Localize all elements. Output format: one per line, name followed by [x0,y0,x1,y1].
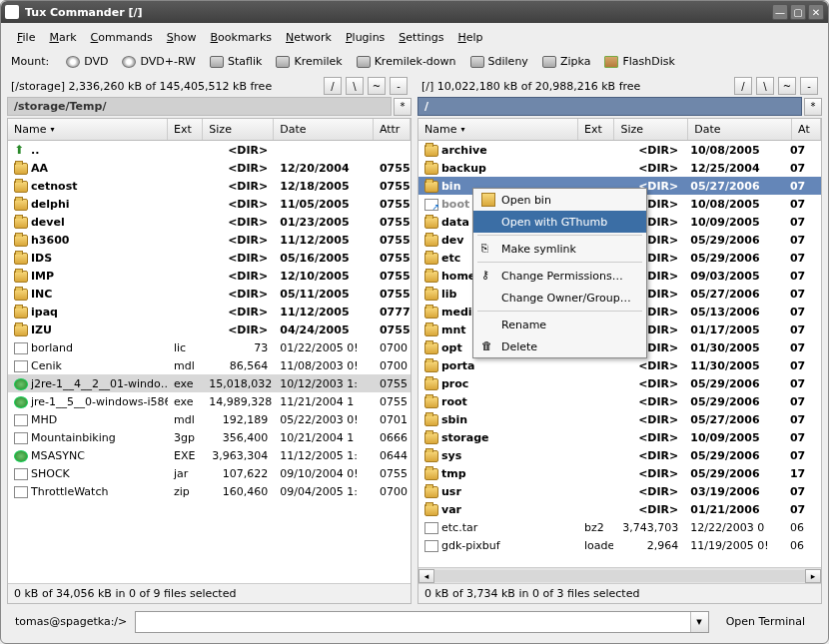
table-row[interactable]: Cenikmdl86,56411/08/2003 0!0700 [8,356,411,374]
table-row[interactable]: porta<DIR>11/30/200507 [418,356,821,374]
left-col-attr[interactable]: Attr [374,119,411,140]
table-row[interactable]: delphi<DIR>11/05/20050755 [8,195,411,213]
table-row[interactable]: root<DIR>05/29/200607 [418,392,821,410]
table-row[interactable]: SHOCKjar107,62209/10/2004 0!0755 [8,464,411,482]
ctx-change-owner-group-[interactable]: Change Owner/Group… [473,287,646,309]
table-row[interactable]: backup<DIR>12/25/200407 [418,159,821,177]
left-btn-minus[interactable]: - [390,77,408,95]
menu-network[interactable]: Network [280,29,338,46]
mount-dvd[interactable]: DVD [59,52,115,71]
right-col-attr[interactable]: At [792,119,821,140]
cell-size: <DIR> [203,305,274,320]
ctx-change-permissions-[interactable]: ⚷Change Permissions… [473,265,646,287]
right-btn-bslash[interactable]: \ [756,77,774,95]
table-row[interactable]: AA<DIR>12/20/20040755 [8,159,411,177]
table-row[interactable]: etc.tarbz23,743,70312/22/2003 006 [418,518,821,536]
right-btn-slash[interactable]: / [734,77,752,95]
ctx-open-bin[interactable]: Open bin [473,189,646,211]
open-terminal-button[interactable]: Open Terminal [717,610,814,633]
menu-mark[interactable]: Mark [43,29,82,46]
mount-sdileny[interactable]: Sdileny [463,52,535,71]
left-col-ext[interactable]: Ext [168,119,203,140]
table-row[interactable]: storage<DIR>10/09/200507 [418,428,821,446]
table-row[interactable]: MHDmdl192,18905/22/2003 0!0701 [8,410,411,428]
table-row[interactable]: ThrottleWatchzip160,46009/04/2005 1:0700 [8,482,411,500]
maximize-button[interactable]: ▢ [790,4,806,20]
table-row[interactable]: devel<DIR>01/23/20050755 [8,213,411,231]
table-row[interactable]: archive<DIR>10/08/200507 [418,141,821,159]
left-btn-bslash[interactable]: \ [346,77,364,95]
right-col-date[interactable]: Date [688,119,792,140]
menu-plugins[interactable]: Plugins [340,29,391,46]
scroll-right-icon[interactable]: ▸ [805,569,821,583]
right-col-size[interactable]: Size [614,119,688,140]
ctx-make-symlink[interactable]: ⎘Make symlink [473,238,646,260]
cell-ext [578,185,613,187]
scroll-track[interactable] [434,570,805,582]
right-status-bar: [/] 10,022,180 kB of 20,988,216 kB free … [417,75,822,97]
minimize-button[interactable]: — [772,4,788,20]
table-row[interactable]: Mountainbiking3gp356,40010/21/2004 10666 [8,428,411,446]
table-row[interactable]: usr<DIR>03/19/200607 [418,482,821,500]
combo-drop-icon[interactable]: ▾ [690,612,708,632]
mount-flashdisk[interactable]: FlashDisk [597,52,681,71]
right-col-ext[interactable]: Ext [578,119,614,140]
left-rows[interactable]: ..<DIR>AA<DIR>12/20/20040755cetnost<DIR>… [8,141,411,583]
right-hscrollbar[interactable]: ◂ ▸ [418,567,821,583]
table-row[interactable]: var<DIR>01/21/200607 [418,500,821,518]
table-row[interactable]: cetnost<DIR>12/18/20050755 [8,177,411,195]
ctx-open-with-gthumb[interactable]: Open with GThumb [473,211,646,233]
table-row[interactable]: borlandlic7301/22/2005 0!0700 [8,338,411,356]
command-input[interactable] [136,612,689,632]
table-row[interactable]: jre-1__5__0-windows-i586exe14,989,32811/… [8,392,411,410]
right-btn-star[interactable]: * [804,98,822,116]
scroll-left-icon[interactable]: ◂ [418,569,434,583]
right-path-label[interactable]: / [417,97,802,116]
left-col-date[interactable]: Date [274,119,374,140]
mount-kremilek[interactable]: Kremilek [269,52,349,71]
context-menu[interactable]: Open binOpen with GThumb⎘Make symlink⚷Ch… [472,188,647,358]
menu-help[interactable]: Help [451,29,488,46]
table-row[interactable]: sbin<DIR>05/27/200607 [418,410,821,428]
left-path-label[interactable]: /storage/Temp/ [7,97,392,116]
left-btn-star[interactable]: * [394,98,412,116]
table-row[interactable]: ..<DIR> [8,141,411,159]
right-col-name[interactable]: Name▾ [418,119,578,140]
table-row[interactable]: h3600<DIR>11/12/20050755 [8,231,411,249]
left-btn-tilde[interactable]: ~ [368,77,386,95]
table-row[interactable]: sys<DIR>05/29/200607 [418,446,821,464]
mount-dvd+-rw[interactable]: DVD+-RW [115,52,203,71]
table-row[interactable]: j2re-1__4__2__01-windo…exe15,018,03210/1… [8,374,411,392]
table-row[interactable]: IDS<DIR>05/16/20050755 [8,249,411,267]
table-row[interactable]: proc<DIR>05/29/200607 [418,374,821,392]
left-col-name[interactable]: Name▾ [8,119,168,140]
table-row[interactable]: MSASYNCEXE3,963,30411/12/2005 1:0644 [8,446,411,464]
mount-staflik[interactable]: Staflik [203,52,269,71]
left-btn-slash[interactable]: / [324,77,342,95]
table-row[interactable]: tmp<DIR>05/29/200617 [418,464,821,482]
menu-settings[interactable]: Settings [393,29,449,46]
menu-commands[interactable]: Commands [85,29,159,46]
menu-show[interactable]: Show [161,29,203,46]
ctx-label: Make symlink [501,243,576,256]
trash-icon: 🗑 [481,339,495,353]
mount-kremilek-down[interactable]: Kremilek-down [350,52,463,71]
right-btn-tilde[interactable]: ~ [778,77,796,95]
table-row[interactable]: IMP<DIR>12/10/20050755 [8,267,411,285]
close-button[interactable]: ✕ [808,4,824,20]
key-icon: ⚷ [481,269,495,283]
menu-bookmarks[interactable]: Bookmarks [205,29,278,46]
left-col-size[interactable]: Size [203,119,274,140]
table-row[interactable]: ipaq<DIR>11/12/20050777 [8,303,411,321]
table-row[interactable]: gdk-pixbufloader2,96411/19/2005 0!06 [418,536,821,554]
command-combo[interactable]: ▾ [135,611,708,633]
right-btn-minus[interactable]: - [800,77,818,95]
folder-icon [14,163,28,175]
menu-file[interactable]: File [11,29,41,46]
ctx-rename[interactable]: Rename [473,314,646,335]
table-row[interactable]: INC<DIR>05/11/20050755 [8,285,411,303]
table-row[interactable]: IZU<DIR>04/24/20050755 [8,321,411,338]
ctx-delete[interactable]: 🗑Delete [473,335,646,357]
mount-zipka[interactable]: Zipka [535,52,598,71]
cell-size: <DIR> [613,466,684,481]
